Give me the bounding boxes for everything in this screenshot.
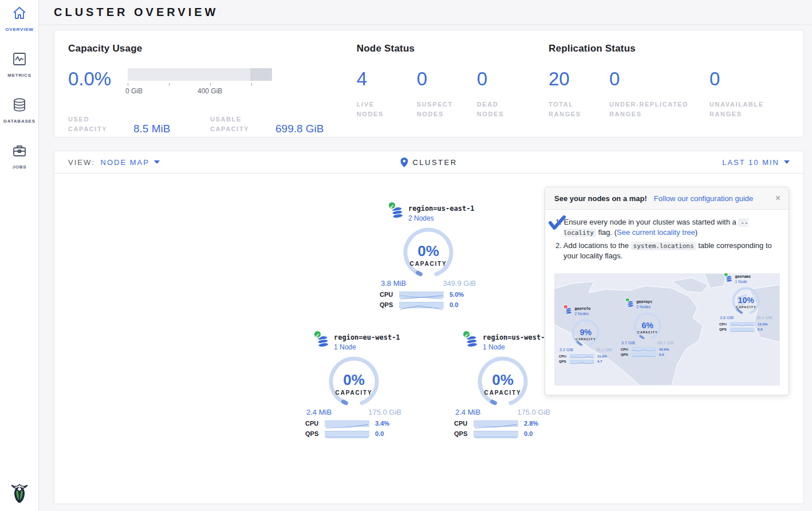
cpu-label: CPU <box>719 322 730 326</box>
qps-value: 0.0 <box>524 430 533 437</box>
live-nodes-label: LIVE NODES <box>357 100 397 119</box>
gauge-percent: 9% <box>570 327 601 337</box>
popup-step-1: 1. Ensure every node in your cluster was… <box>555 217 779 238</box>
time-range-selector[interactable]: LAST 10 MIN <box>722 158 790 167</box>
sidebar-item-label: OVERVIEW <box>5 27 33 32</box>
popup-step-2: 2. Add locations to the system.locations… <box>555 241 779 262</box>
region-nodes-link[interactable]: 1 Node <box>334 343 400 351</box>
sidebar-item-overview[interactable]: OVERVIEW <box>0 0 39 32</box>
cpu-value: 42.6% <box>659 347 669 351</box>
cpu-label: CPU <box>559 354 570 358</box>
total-value: 35.1 GiB <box>596 347 612 352</box>
capacity-gauge: 6% CAPACITY <box>632 312 663 339</box>
geo-title: geo=sfo <box>575 306 591 311</box>
unavailable-ranges-label: UNAVAILABLE RANGES <box>709 100 772 119</box>
capacity-gauge: 10% CAPACITY <box>731 287 761 314</box>
popup-title: See your nodes on a map! <box>554 194 647 203</box>
example-node-group-ams: ✓ geo=ams 1 Node <box>719 274 774 337</box>
error-badge-icon: ! <box>563 305 568 309</box>
qps-label: QPS <box>559 360 570 364</box>
region-title: region=us-west-1 <box>483 333 549 341</box>
home-icon <box>12 6 27 23</box>
geo-nodes-link: 2 Nodes <box>637 305 653 309</box>
node-group-us-west-1[interactable]: ✓ region=us-west-1 1 Node <box>454 333 551 437</box>
total-value: 175.0 GiB <box>368 408 401 416</box>
cpu-label: CPU <box>621 347 632 351</box>
cpu-label: CPU <box>305 420 325 427</box>
suspect-nodes-value: 0 <box>417 69 477 88</box>
time-range-value: LAST 10 MIN <box>722 158 779 167</box>
qps-value: 4.7 <box>597 360 602 364</box>
used-value: 3.6 GiB <box>720 315 734 320</box>
capacity-usage-title: Capacity Usage <box>68 43 357 54</box>
gauge-capacity-label: CAPACITY <box>570 337 601 341</box>
dead-nodes-metric: 0 DEAD NODES <box>477 69 538 119</box>
used-value: 3.7 GiB <box>621 340 635 345</box>
view-selector[interactable]: NODE MAP <box>101 158 160 167</box>
database-icon <box>12 97 27 115</box>
unavailable-ranges-value: 0 <box>709 69 790 88</box>
total-ranges-metric: 20 TOTAL RANGES <box>549 69 609 119</box>
cpu-sparkline <box>474 420 518 427</box>
system-locations-code: system.locations <box>631 242 696 250</box>
gauge-capacity-label: CAPACITY <box>632 331 663 334</box>
cpu-value: 5.0% <box>450 291 464 298</box>
total-value: 65.7 GiB <box>658 340 674 345</box>
region-nodes-link[interactable]: 1 Node <box>483 343 549 351</box>
map-pin-icon <box>400 158 408 167</box>
dead-nodes-value: 0 <box>477 69 538 88</box>
node-map-area: ✓ region=us-east-1 2 Nodes <box>54 174 803 504</box>
total-value: 36.4 GiB <box>756 315 772 320</box>
healthy-check-icon: ✓ <box>313 330 322 339</box>
capacity-percent: 0.0% <box>68 69 128 88</box>
healthy-check-icon: ✓ <box>388 201 396 210</box>
under-replicated-metric: 0 UNDER-REPLICATED RANGES <box>609 69 709 119</box>
usable-capacity-label: USABLE CAPACITY <box>210 115 258 134</box>
qps-value: 0.0 <box>659 353 664 357</box>
used-capacity-value: 8.5 MiB <box>133 123 170 135</box>
breadcrumb[interactable]: CLUSTER <box>400 158 457 167</box>
total-ranges-label: TOTAL RANGES <box>549 100 589 119</box>
popup-body: 1. Ensure every node in your cluster was… <box>545 210 789 270</box>
capacity-gauge: 0% CAPACITY <box>326 356 381 406</box>
geo-nodes-link: 2 Nodes <box>575 312 591 316</box>
cpu-label: CPU <box>454 420 474 427</box>
locality-tree-link[interactable]: See current locality tree <box>617 228 695 237</box>
geo-title: geo=ams <box>735 274 751 279</box>
region-nodes-link[interactable]: 2 Nodes <box>408 214 475 222</box>
live-nodes-value: 4 <box>357 69 417 88</box>
total-value: 349.9 GiB <box>443 279 476 288</box>
used-value: 3.8 MiB <box>381 279 406 288</box>
cpu-label: CPU <box>380 291 399 298</box>
capacity-gauge: 0% CAPACITY <box>401 227 456 277</box>
under-replicated-value: 0 <box>609 69 709 88</box>
qps-value: 0.0 <box>375 430 384 437</box>
node-group-eu-west-1[interactable]: ✓ region=eu-west-1 1 Node <box>305 333 403 437</box>
sidebar-item-label: JOBS <box>13 164 27 170</box>
under-replicated-label: UNDER-REPLICATED RANGES <box>609 100 701 119</box>
suspect-nodes-metric: 0 SUSPECT NODES <box>417 69 477 119</box>
node-status-title: Node Status <box>357 43 549 54</box>
capacity-tick-0: 0 GiB <box>125 87 143 95</box>
map-config-popup: See your nodes on a map! Follow our conf… <box>545 187 789 395</box>
gauge-capacity-label: CAPACITY <box>401 261 456 267</box>
sidebar-item-jobs[interactable]: JOBS <box>0 137 39 170</box>
used-value: 3.2 GiB <box>559 347 573 352</box>
unavailable-ranges-metric: 0 UNAVAILABLE RANGES <box>709 69 790 119</box>
close-icon[interactable]: × <box>775 194 781 203</box>
sidebar-item-metrics[interactable]: METRICS <box>0 46 39 78</box>
cpu-sparkline <box>325 420 369 427</box>
gauge-percent: 10% <box>731 295 761 305</box>
capacity-bar: 0 GiB 400 GiB <box>128 68 272 88</box>
geo-title: geo=nyc <box>637 300 653 304</box>
briefcase-icon <box>12 143 27 160</box>
total-ranges-value: 20 <box>549 69 609 88</box>
capacity-gauge: 0% CAPACITY <box>475 356 530 406</box>
cluster-summary-card: Capacity Usage 0.0% 0 GiB 400 GiB <box>54 30 804 137</box>
suspect-nodes-label: SUSPECT NODES <box>417 100 463 119</box>
node-group-us-east-1[interactable]: ✓ region=us-east-1 2 Nodes <box>380 205 477 308</box>
view-label: VIEW: <box>68 158 95 167</box>
sidebar-item-databases[interactable]: DATABASES <box>0 92 39 124</box>
configuration-guide-link[interactable]: Follow our configuration guide <box>654 194 753 203</box>
qps-sparkline <box>474 431 518 437</box>
